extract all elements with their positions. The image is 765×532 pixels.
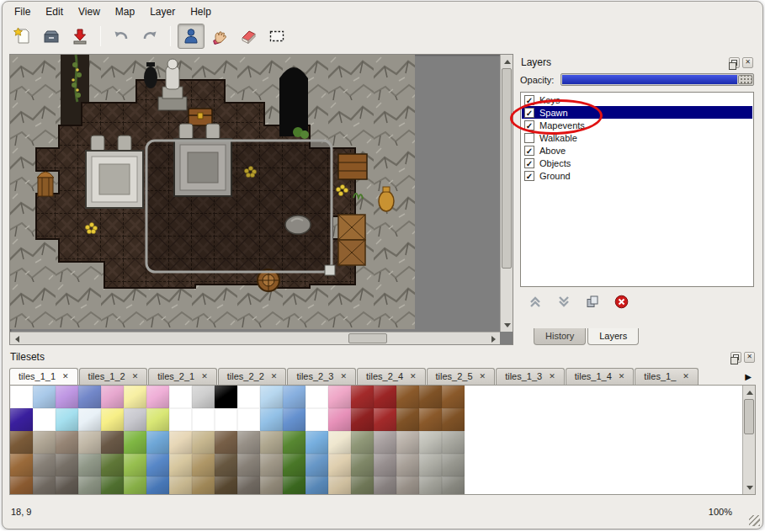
tile[interactable] — [215, 408, 237, 431]
tile[interactable] — [56, 386, 78, 408]
layer-visibility-checkbox[interactable] — [524, 133, 534, 143]
map-vscroll-thumb[interactable] — [502, 68, 512, 269]
tileset-tab-tiles_1_3[interactable]: tiles_1_3✕ — [496, 368, 565, 385]
rect-select-tool-button[interactable] — [263, 24, 290, 49]
layer-row-ground[interactable]: ✓Ground — [522, 169, 752, 182]
tile[interactable] — [101, 431, 124, 454]
tile[interactable] — [260, 431, 283, 454]
tile[interactable] — [124, 431, 146, 454]
tileset-scrollbar[interactable] — [742, 386, 755, 494]
map-selection[interactable] — [146, 141, 332, 272]
tab-close-icon[interactable]: ✕ — [340, 372, 347, 380]
tile[interactable] — [10, 431, 33, 454]
paint-tool-button[interactable] — [206, 24, 233, 49]
tile[interactable] — [33, 476, 56, 495]
tile[interactable] — [442, 476, 465, 495]
scroll-down-arrow[interactable] — [743, 481, 756, 494]
tile[interactable] — [169, 476, 192, 495]
close-panel-button[interactable]: ✕ — [744, 352, 755, 363]
tile[interactable] — [305, 454, 328, 476]
tile[interactable] — [396, 476, 419, 495]
tile[interactable] — [146, 408, 169, 431]
tab-close-icon[interactable]: ✕ — [683, 372, 689, 380]
tile[interactable] — [215, 454, 237, 476]
tile[interactable] — [10, 386, 33, 408]
tile[interactable] — [351, 476, 374, 495]
lower-layer-button[interactable] — [557, 295, 571, 308]
tile[interactable] — [237, 431, 260, 454]
tile[interactable] — [192, 476, 215, 495]
layer-row-mapevents[interactable]: ✓Mapevents — [522, 119, 752, 131]
tile[interactable] — [169, 386, 192, 408]
tileset-tab-tiles_2_4[interactable]: tiles_2_4✕ — [357, 368, 426, 385]
layer-visibility-checkbox[interactable]: ✓ — [524, 95, 534, 105]
menu-edit[interactable]: Edit — [39, 4, 70, 19]
tile[interactable] — [374, 386, 396, 408]
tile[interactable] — [374, 476, 396, 495]
new-file-button[interactable] — [9, 24, 36, 49]
layer-visibility-checkbox[interactable]: ✓ — [524, 108, 534, 118]
tile[interactable] — [124, 454, 146, 476]
delete-layer-button[interactable] — [614, 295, 629, 309]
tile[interactable] — [33, 408, 56, 431]
tile[interactable] — [396, 454, 419, 476]
tab-close-icon[interactable]: ✕ — [410, 372, 417, 380]
tileset-tab-tiles_2_2[interactable]: tiles_2_2✕ — [218, 368, 287, 385]
tileset-tab-tiles_1_2[interactable]: tiles_1_2✕ — [79, 368, 148, 385]
layer-visibility-checkbox[interactable]: ✓ — [524, 171, 534, 181]
tile[interactable] — [283, 454, 305, 476]
eraser-tool-button[interactable] — [235, 24, 262, 49]
tile[interactable] — [192, 454, 215, 476]
tile[interactable] — [215, 431, 237, 454]
tileset-tab-tiles_1_1[interactable]: tiles_1_1✕ — [9, 368, 78, 385]
tile[interactable] — [101, 408, 124, 431]
layer-row-above[interactable]: ✓Above — [522, 144, 752, 157]
layer-visibility-checkbox[interactable]: ✓ — [524, 120, 534, 130]
tile[interactable] — [215, 386, 237, 408]
scroll-down-arrow[interactable] — [501, 319, 513, 332]
tile[interactable] — [237, 454, 260, 476]
tile[interactable] — [169, 408, 192, 431]
map-vertical-scrollbar[interactable] — [500, 55, 513, 332]
tab-close-icon[interactable]: ✕ — [132, 372, 139, 380]
tile[interactable] — [419, 476, 442, 495]
tab-close-icon[interactable]: ✕ — [549, 372, 555, 380]
close-panel-button[interactable]: ✕ — [742, 57, 753, 68]
tile[interactable] — [396, 408, 419, 431]
menu-help[interactable]: Help — [183, 4, 218, 19]
tab-close-icon[interactable]: ✕ — [62, 372, 69, 380]
tile[interactable] — [283, 408, 305, 431]
tile[interactable] — [10, 454, 33, 476]
tile[interactable] — [260, 386, 283, 408]
tile[interactable] — [328, 431, 351, 454]
tile[interactable] — [283, 386, 305, 408]
tileset-tab-tiles_2_5[interactable]: tiles_2_5✕ — [427, 368, 496, 385]
layer-visibility-checkbox[interactable]: ✓ — [524, 158, 534, 168]
scroll-right-arrow[interactable] — [487, 332, 500, 345]
layer-row-spawn[interactable]: ✓Spawn — [522, 106, 752, 119]
layer-row-walkable[interactable]: Walkable — [522, 131, 752, 144]
tile[interactable] — [192, 386, 215, 408]
tile[interactable] — [351, 454, 374, 476]
tile[interactable] — [56, 454, 78, 476]
menu-file[interactable]: File — [8, 4, 37, 19]
tile[interactable] — [351, 408, 374, 431]
tile[interactable] — [215, 476, 237, 495]
tile[interactable] — [56, 431, 78, 454]
tile[interactable] — [305, 431, 328, 454]
tile[interactable] — [260, 454, 283, 476]
tile[interactable] — [169, 454, 192, 476]
tab-close-icon[interactable]: ✕ — [271, 372, 278, 380]
tileset-tab-tiles_1_4[interactable]: tiles_1_4✕ — [566, 368, 635, 385]
tile[interactable] — [124, 476, 146, 495]
tile[interactable] — [33, 431, 56, 454]
tile[interactable] — [101, 454, 124, 476]
tile[interactable] — [10, 408, 33, 431]
layer-row-objects[interactable]: ✓Objects — [522, 157, 752, 169]
tile[interactable] — [419, 386, 442, 408]
tile[interactable] — [328, 476, 351, 495]
tileset-scroll-thumb[interactable] — [744, 399, 754, 434]
tile[interactable] — [146, 454, 169, 476]
tab-scroll-right-button[interactable]: ▶ — [742, 372, 754, 381]
tile[interactable] — [78, 476, 101, 495]
